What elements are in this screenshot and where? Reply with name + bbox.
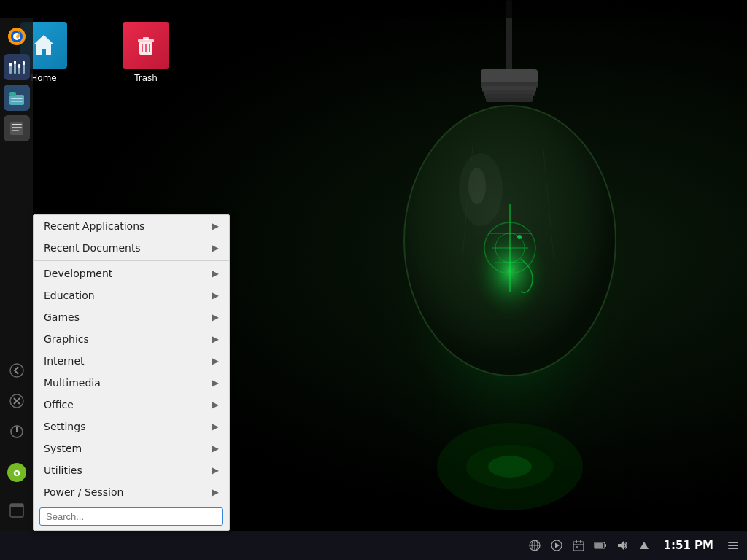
menu-item-internet[interactable]: Internet ▶ (34, 350, 229, 372)
svg-rect-39 (18, 64, 20, 68)
svg-marker-74 (618, 541, 624, 550)
svg-rect-7 (486, 98, 533, 102)
wallpaper-bulb (273, 0, 747, 560)
sidebar-icon-back[interactable] (4, 357, 30, 384)
search-input[interactable] (39, 508, 223, 526)
svg-rect-42 (9, 95, 24, 105)
svg-rect-44 (11, 98, 23, 99)
menu-item-settings[interactable]: Settings ▶ (34, 416, 229, 438)
menu-item-utilities[interactable]: Utilities ▶ (34, 459, 229, 481)
sidebar-icon-cancel[interactable] (4, 388, 30, 414)
arrow-icon: ▶ (212, 334, 219, 344)
arrow-icon: ▶ (212, 465, 219, 475)
menu-item-office[interactable]: Office ▶ (34, 394, 229, 416)
clock-display: 1:51 PM (664, 539, 713, 552)
svg-rect-78 (728, 548, 738, 549)
trash-icon-label: Trash (134, 73, 158, 83)
app-menu: Recent Applications ▶ Recent Documents ▶… (33, 214, 230, 531)
home-icon-label: Home (31, 73, 56, 83)
volume-icon[interactable] (614, 537, 630, 553)
svg-rect-70 (576, 546, 578, 548)
sidebar-icon-power[interactable] (4, 419, 30, 445)
calendar-icon[interactable] (570, 537, 587, 553)
svg-point-18 (468, 168, 486, 204)
svg-point-50 (10, 364, 23, 377)
arrow-icon: ▶ (212, 400, 219, 410)
sidebar: o (0, 18, 33, 531)
arrow-icon: ▶ (212, 421, 219, 432)
menu-search-area (34, 503, 229, 530)
arrow-icon: ▶ (212, 243, 219, 253)
sidebar-icon-firefox[interactable] (4, 23, 30, 50)
svg-rect-66 (573, 542, 584, 551)
arrow-icon: ▶ (212, 312, 219, 322)
svg-marker-24 (34, 35, 54, 55)
battery-icon[interactable] (592, 537, 608, 553)
sidebar-icon-mixer[interactable] (4, 54, 30, 80)
svg-text:o: o (13, 467, 20, 478)
trash-folder-icon (123, 22, 169, 69)
arrow-icon: ▶ (212, 221, 219, 231)
desktop: Home Trash (0, 0, 747, 560)
svg-rect-72 (605, 544, 606, 547)
svg-rect-43 (9, 92, 16, 96)
tray-expand-icon[interactable] (636, 537, 652, 553)
desktop-icons: Home Trash (15, 22, 175, 83)
arrow-icon: ▶ (212, 378, 219, 388)
svg-rect-27 (143, 37, 149, 40)
arrow-icon: ▶ (212, 487, 219, 497)
svg-rect-49 (12, 130, 19, 131)
svg-rect-59 (10, 504, 23, 508)
menu-item-system[interactable]: System ▶ (34, 438, 229, 459)
top-panel (0, 0, 747, 18)
svg-rect-73 (595, 543, 603, 548)
menu-item-power-session[interactable]: Power / Session ▶ (34, 481, 229, 503)
sidebar-icon-files[interactable] (4, 85, 30, 111)
sidebar-icon-window[interactable] (4, 497, 30, 524)
sidebar-icon-text[interactable] (4, 115, 30, 141)
taskbar: 1:51 PM (0, 531, 747, 560)
svg-rect-76 (728, 542, 738, 543)
menu-item-education[interactable]: Education ▶ (34, 284, 229, 306)
svg-marker-65 (555, 543, 560, 548)
menu-item-recent-documents[interactable]: Recent Documents ▶ (34, 237, 229, 259)
svg-rect-37 (14, 61, 16, 64)
menu-item-graphics[interactable]: Graphics ▶ (34, 328, 229, 350)
svg-rect-35 (9, 63, 12, 66)
desktop-icon-trash[interactable]: Trash (117, 22, 175, 83)
svg-rect-48 (12, 127, 22, 128)
menu-item-development[interactable]: Development ▶ (34, 262, 229, 284)
arrow-icon: ▶ (212, 290, 219, 300)
svg-point-16 (517, 235, 522, 239)
arrow-icon: ▶ (212, 268, 219, 279)
media-play-icon[interactable] (549, 537, 565, 553)
svg-rect-77 (728, 545, 738, 546)
svg-rect-41 (23, 61, 25, 65)
svg-marker-75 (640, 542, 649, 549)
svg-point-21 (488, 456, 532, 478)
sidebar-icon-opensuse[interactable]: o (4, 459, 30, 486)
svg-rect-45 (11, 101, 23, 102)
arrow-icon: ▶ (212, 356, 219, 366)
menu-item-multimedia[interactable]: Multimedia ▶ (34, 372, 229, 394)
network-status-icon[interactable] (527, 537, 543, 553)
arrow-icon: ▶ (212, 443, 219, 454)
menu-item-games[interactable]: Games ▶ (34, 306, 229, 328)
svg-rect-47 (12, 124, 22, 125)
menu-divider (34, 260, 229, 261)
taskbar-menu-button[interactable] (725, 537, 741, 553)
menu-item-recent-applications[interactable]: Recent Applications ▶ (34, 215, 229, 237)
